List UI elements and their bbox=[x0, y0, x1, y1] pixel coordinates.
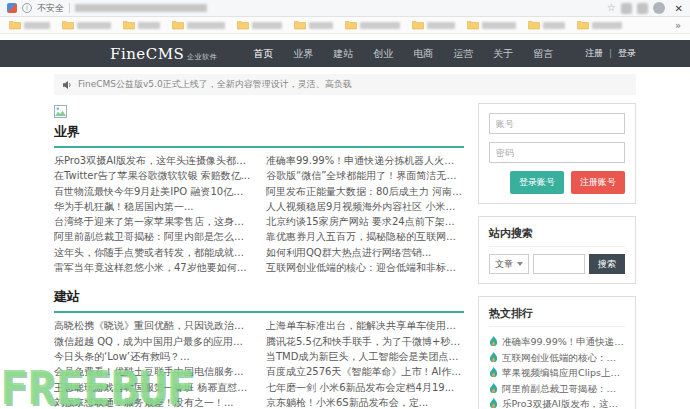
section-sitebuilding: 建站 高晓松携《晓说》重回优酷，只因说政治正...微信超越 QQ，成为中国用户最… bbox=[54, 288, 464, 409]
news-item[interactable]: 靠优惠券月入五百万，揭秘隐秘的互联网项... bbox=[266, 229, 464, 244]
search-box-title: 站内搜索 bbox=[489, 226, 625, 247]
bookmark-item[interactable] bbox=[412, 20, 455, 30]
hot-flame-icon bbox=[489, 398, 498, 409]
news-item[interactable]: 台湾终于迎来了第一家苹果零售店，这身临其... bbox=[54, 214, 252, 229]
bookmark-item[interactable] bbox=[294, 20, 333, 30]
news-item[interactable]: 北京约谈15家房产网站 要求24点前下架全部... bbox=[266, 214, 464, 229]
folder-icon bbox=[172, 20, 184, 30]
news-item[interactable]: 在Twitter告了苹果谷歌微软软银 索赔数亿... bbox=[54, 168, 252, 183]
bookmark-label-redacted bbox=[252, 22, 282, 29]
hot-item[interactable]: 阿里前副总裁卫哥揭秘：阿里内部是怎... bbox=[489, 381, 625, 397]
main-menu: 首页 业界 建站 创业 电商 运营 关于 留言 bbox=[243, 40, 563, 67]
news-item[interactable]: 百世物流最快今年9月赴美IPO 融资10亿美元... bbox=[54, 184, 252, 199]
bookmark-item[interactable] bbox=[467, 20, 516, 30]
register-link[interactable]: 注册 bbox=[585, 48, 603, 58]
news-item[interactable]: 百度成立2576天《智能革命》上市！AI作序... bbox=[266, 364, 464, 379]
bookmark-label-redacted bbox=[24, 22, 50, 29]
site-logo[interactable]: FineCMS 企业软件 bbox=[110, 45, 217, 63]
hot-item-title: 阿里前副总裁卫哥揭秘：阿里内部是怎... bbox=[502, 381, 625, 397]
site-search-box: 站内搜索 文章 搜索 bbox=[478, 216, 636, 284]
login-link[interactable]: 登录 bbox=[618, 48, 636, 58]
hot-item[interactable]: 准确率99.99%！申通快递分拣机器人火... bbox=[489, 334, 625, 350]
hot-flame-icon bbox=[489, 336, 498, 347]
nav-item-about[interactable]: 关于 bbox=[483, 40, 523, 67]
news-item[interactable]: 腾讯花5.5亿和快手联手，为了干微博+秒拍... bbox=[266, 334, 464, 349]
hot-item[interactable]: 乐Pro3双摄AI版发布，这年头连摄像头... bbox=[489, 396, 625, 409]
chevron-down-icon bbox=[517, 262, 523, 266]
bookmark-label-redacted bbox=[482, 22, 516, 29]
extension-icon-redacted[interactable] bbox=[621, 3, 632, 14]
hot-item[interactable]: 互联网创业低端的核心：迎合低端和标... bbox=[489, 350, 625, 366]
folder-icon bbox=[237, 20, 249, 30]
login-box: 登录账号 注册账号 bbox=[478, 103, 636, 204]
announcement-text[interactable]: FineCMS公益版v5.0正式上线了，全新内容管理设计，灵活、高负载 bbox=[78, 78, 352, 91]
account-input[interactable] bbox=[489, 113, 625, 134]
nav-item-home[interactable]: 首页 bbox=[243, 40, 283, 67]
nav-item-message[interactable]: 留言 bbox=[523, 40, 563, 67]
bookmark-item[interactable] bbox=[62, 20, 111, 30]
login-button[interactable]: 登录账号 bbox=[510, 171, 564, 194]
hot-flame-icon bbox=[489, 383, 498, 394]
news-item[interactable]: 人人视频稳居9月视频海外内容社区 小米百度... bbox=[266, 199, 464, 214]
bookmark-item[interactable] bbox=[528, 20, 565, 30]
news-item[interactable]: 阿里前副总裁卫哥揭秘：阿里内部是怎么创业... bbox=[54, 229, 252, 244]
news-item[interactable]: 上海单车标准出台，能解决共享单车使用乱象... bbox=[266, 318, 464, 333]
info-icon[interactable]: i bbox=[22, 3, 32, 13]
bookmark-item[interactable] bbox=[345, 20, 400, 30]
nav-item-startup[interactable]: 创业 bbox=[363, 40, 403, 67]
news-item[interactable]: 今日头条的‘Low’还有救吗？... bbox=[54, 349, 252, 364]
news-item[interactable]: 王思聪玩游戏自称国服第一鲁班 杨幂直怼吃不... bbox=[54, 380, 252, 395]
news-item[interactable]: 京东躺枪！小米6S新品发布会，定... bbox=[266, 395, 464, 409]
nav-item-operations[interactable]: 运营 bbox=[443, 40, 483, 67]
bookmark-item[interactable] bbox=[9, 20, 50, 30]
extension-icon-redacted[interactable] bbox=[637, 3, 648, 14]
news-item[interactable]: 华为手机狂飙！稳居国内第一... bbox=[54, 199, 252, 214]
news-item[interactable]: 微信超越 QQ，成为中国用户最多的应用程... bbox=[54, 334, 252, 349]
news-item[interactable]: 雷军当年竟这样忽悠小米，47岁他要如何证明自... bbox=[54, 260, 252, 275]
bookmark-label-redacted bbox=[309, 22, 333, 29]
bookmark-item[interactable] bbox=[237, 20, 282, 30]
auth-links: 注册 | 登录 bbox=[585, 47, 636, 60]
news-item[interactable]: 乐Pro3双摄AI版发布，这年头连摄像头都要贴... bbox=[54, 153, 252, 168]
news-item[interactable]: 谷歌版“微信”全球都能用了！界面简洁无广告... bbox=[266, 168, 464, 183]
search-input[interactable] bbox=[533, 254, 585, 274]
bookmarks-overflow-icon[interactable]: » bbox=[675, 20, 681, 31]
news-item[interactable]: 准确率99.99%！申通快递分拣机器人火了 外... bbox=[266, 153, 464, 168]
browser-address-bar: i 不安全 ☆ ✕ bbox=[0, 0, 690, 17]
folder-icon bbox=[412, 20, 424, 30]
bookmark-item[interactable] bbox=[172, 20, 225, 30]
news-item[interactable]: 会员免费看！优酷土豆联手中国电信服务... bbox=[54, 364, 252, 379]
news-item[interactable]: 这年头，你随手点赞或者转发，都能成就别人月入... bbox=[54, 245, 252, 260]
broken-image-icon bbox=[54, 105, 67, 118]
section-industry: 业界 乐Pro3双摄AI版发布，这年头连摄像头都要贴...在Twitter告了苹… bbox=[54, 123, 464, 275]
site-navbar: FineCMS 企业软件 首页 业界 建站 创业 电商 运营 关于 留言 注册 … bbox=[0, 40, 690, 67]
register-button[interactable]: 注册账号 bbox=[571, 171, 625, 194]
bookmark-item[interactable] bbox=[123, 20, 160, 30]
news-item[interactable]: 阿里发布正能量大数据：80后成主力 河南省... bbox=[266, 184, 464, 199]
sidebar: 登录账号 注册账号 站内搜索 文章 搜索 热文排行 准确率99.99%！申通快递… bbox=[478, 103, 636, 409]
news-item[interactable]: 当TMD成为新巨头，人工智能会是美团点评一... bbox=[266, 349, 464, 364]
news-item[interactable]: 高晓松携《晓说》重回优酷，只因说政治正... bbox=[54, 318, 252, 333]
nav-item-sitebuilding[interactable]: 建站 bbox=[323, 40, 363, 67]
nav-item-industry[interactable]: 业界 bbox=[283, 40, 323, 67]
profile-avatar[interactable] bbox=[653, 2, 665, 14]
industry-list-right: 准确率99.99%！申通快递分拣机器人火了 外...谷歌版“微信”全球都能用了！… bbox=[266, 153, 464, 275]
search-type-select[interactable]: 文章 bbox=[489, 254, 529, 274]
window-close-button[interactable]: ✕ bbox=[675, 3, 683, 14]
news-item[interactable]: 刘强东怼联通：服务最差！没有之一！... bbox=[54, 395, 252, 409]
main-area: 业界 乐Pro3双摄AI版发布，这年头连摄像头都要贴...在Twitter告了苹… bbox=[54, 103, 636, 409]
bookmarks-bar: » bbox=[0, 17, 690, 34]
bookmark-label-redacted bbox=[138, 22, 160, 29]
news-item[interactable]: 七年磨一剑 小米6新品发布会定档4月19... bbox=[266, 380, 464, 395]
auth-divider: | bbox=[609, 48, 612, 58]
password-input[interactable] bbox=[489, 142, 625, 163]
url-redacted[interactable] bbox=[75, 4, 207, 12]
news-item[interactable]: 如何利用QQ群大热点进行网络营销... bbox=[266, 245, 464, 260]
nav-item-ecommerce[interactable]: 电商 bbox=[403, 40, 443, 67]
bookmark-item[interactable] bbox=[577, 20, 622, 30]
search-button[interactable]: 搜索 bbox=[589, 254, 625, 274]
hot-item-title: 乐Pro3双摄AI版发布，这年头连摄像头... bbox=[502, 396, 625, 409]
news-item[interactable]: 互联网创业低端的核心：迎合低端和非标准需... bbox=[266, 260, 464, 275]
bookmark-star-icon[interactable]: ☆ bbox=[607, 3, 616, 13]
hot-item[interactable]: 苹果视频编辑应用Clips上架4天下载量... bbox=[489, 365, 625, 381]
